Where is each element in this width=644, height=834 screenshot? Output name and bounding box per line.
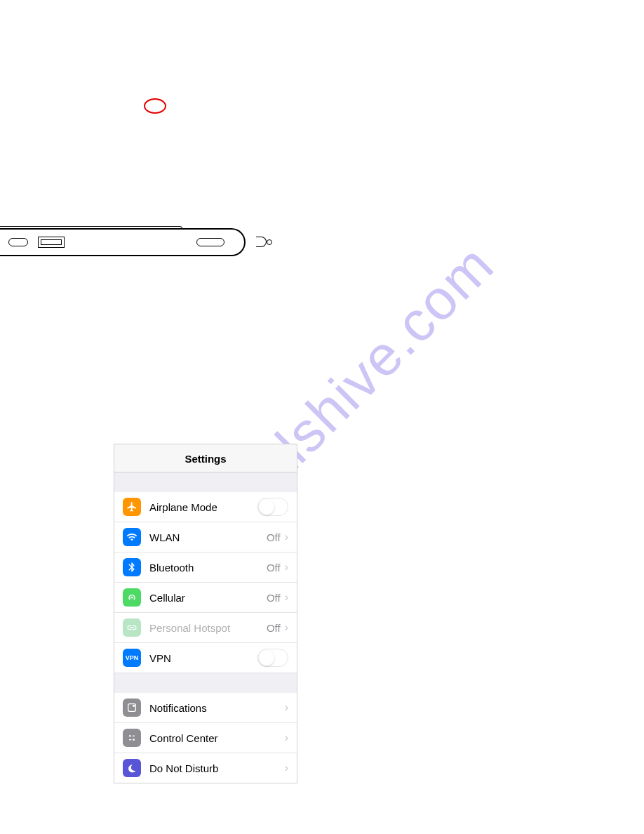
row-value: Off bbox=[267, 622, 281, 634]
svg-rect-5 bbox=[129, 739, 131, 740]
row-label: VPN bbox=[149, 652, 257, 664]
row-value: Off bbox=[267, 531, 281, 543]
notifications-icon bbox=[123, 699, 141, 717]
row-value: Off bbox=[267, 562, 281, 574]
row-label: Notifications bbox=[149, 702, 285, 714]
row-bluetooth[interactable]: Bluetooth Off › bbox=[114, 552, 297, 583]
row-label: Cellular bbox=[149, 592, 267, 604]
section-gap bbox=[114, 472, 297, 492]
chevron-right-icon: › bbox=[285, 732, 288, 744]
svg-point-2 bbox=[129, 735, 131, 737]
device-side-diagram bbox=[0, 225, 274, 260]
wifi-icon bbox=[123, 528, 141, 546]
row-label: Personal Hotspot bbox=[149, 622, 267, 634]
svg-rect-3 bbox=[133, 736, 135, 736]
row-airplane-mode[interactable]: Airplane Mode bbox=[114, 492, 297, 522]
settings-title: Settings bbox=[114, 444, 297, 472]
chevron-right-icon: › bbox=[285, 531, 288, 543]
vpn-icon: VPN bbox=[123, 649, 141, 667]
row-label: Control Center bbox=[149, 732, 285, 744]
airplane-icon bbox=[123, 498, 141, 516]
airplane-toggle[interactable] bbox=[257, 498, 288, 516]
svg-point-1 bbox=[133, 705, 135, 707]
row-value: Off bbox=[267, 592, 281, 604]
moon-icon bbox=[123, 759, 141, 777]
annotation-circle bbox=[144, 98, 166, 114]
chevron-right-icon: › bbox=[285, 591, 288, 604]
chevron-right-icon: › bbox=[285, 762, 288, 774]
settings-panel: Settings Airplane Mode WLAN Off › Blueto… bbox=[114, 444, 297, 783]
chevron-right-icon: › bbox=[285, 621, 288, 634]
vpn-toggle[interactable] bbox=[257, 649, 288, 667]
hotspot-icon bbox=[123, 618, 141, 637]
bluetooth-icon bbox=[123, 558, 141, 576]
row-notifications[interactable]: Notifications › bbox=[114, 693, 297, 723]
row-label: Bluetooth bbox=[149, 562, 267, 574]
chevron-right-icon: › bbox=[285, 701, 288, 714]
chevron-right-icon: › bbox=[285, 561, 288, 574]
row-label: Airplane Mode bbox=[149, 501, 257, 513]
row-vpn[interactable]: VPN VPN bbox=[114, 643, 297, 673]
row-control-center[interactable]: Control Center › bbox=[114, 723, 297, 753]
row-label: Do Not Disturb bbox=[149, 762, 285, 774]
row-label: WLAN bbox=[149, 531, 267, 543]
row-cellular[interactable]: Cellular Off › bbox=[114, 583, 297, 613]
svg-point-4 bbox=[133, 739, 135, 741]
row-do-not-disturb[interactable]: Do Not Disturb › bbox=[114, 753, 297, 783]
row-wlan[interactable]: WLAN Off › bbox=[114, 522, 297, 552]
control-center-icon bbox=[123, 729, 141, 747]
row-personal-hotspot[interactable]: Personal Hotspot Off › bbox=[114, 613, 297, 643]
section-gap bbox=[114, 673, 297, 693]
cellular-icon bbox=[123, 588, 141, 607]
